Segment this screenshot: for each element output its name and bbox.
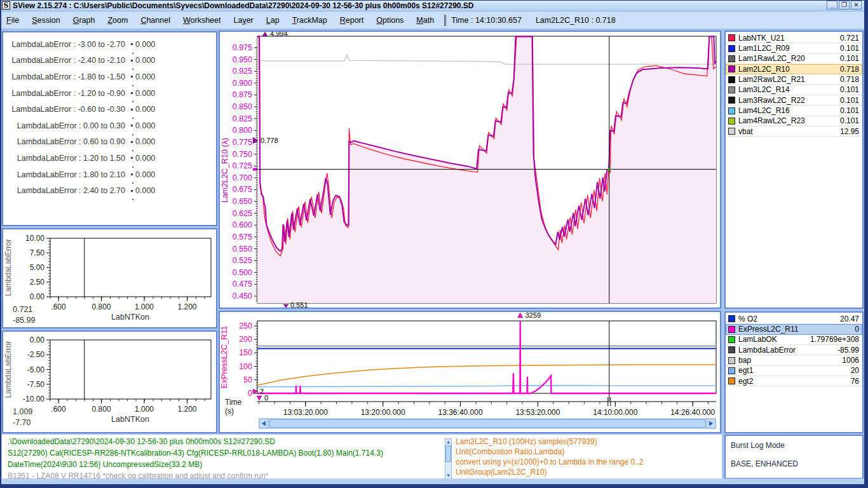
scatter-plot-area[interactable] bbox=[50, 340, 211, 399]
channel-row--o2[interactable]: % O220.47 bbox=[726, 314, 862, 324]
channel-row-egt1[interactable]: egt120 bbox=[726, 366, 862, 376]
close-button[interactable]: ✕ bbox=[851, 1, 862, 10]
svg-text:0.975: 0.975 bbox=[233, 43, 252, 52]
scatter-cursor-y-value: -7.70 bbox=[13, 418, 31, 427]
channel-list-upper: LabNTK_U210.721Lam1L2C_R090.101Lam1RawL2… bbox=[724, 30, 864, 309]
channel-name: vbat bbox=[738, 127, 840, 136]
menu-trackmap[interactable]: TrackMap bbox=[286, 13, 334, 28]
channel-row-vbat[interactable]: vbat12.95 bbox=[726, 126, 862, 137]
svg-text:1.000: 1.000 bbox=[135, 405, 154, 414]
channel-row-lam1l2c-r09[interactable]: Lam1L2C_R090.101 bbox=[726, 43, 862, 53]
scroll-thumb[interactable] bbox=[445, 445, 451, 462]
svg-text:50: 50 bbox=[243, 376, 252, 384]
svg-text:0.525: 0.525 bbox=[233, 256, 252, 265]
window-title: SView 2.15.274 : C:\Users\Public\Documen… bbox=[13, 1, 474, 10]
menu-zoom[interactable]: Zoom bbox=[101, 13, 134, 28]
time-scroll-thumb bbox=[269, 419, 705, 428]
scatter-cursor-x-value: 0.721 bbox=[13, 305, 32, 314]
channel-name: LabNTK_U21 bbox=[738, 34, 840, 43]
channel-value: 0.718 bbox=[840, 65, 859, 74]
channel-color-swatch bbox=[728, 34, 735, 41]
menu-report[interactable]: Report bbox=[334, 13, 370, 28]
restore-button[interactable]: ❐ bbox=[839, 1, 850, 10]
bottom-plot-area[interactable] bbox=[257, 321, 716, 393]
scatter-panel-lower[interactable]: 0.00-2.50-5.00-7.50-10.00.6000.8001.0001… bbox=[2, 330, 217, 433]
max-marker-label: 4.994 bbox=[270, 32, 288, 37]
main-chart-panel[interactable]: 0.9750.9500.9250.9000.8750.8500.8250.800… bbox=[219, 30, 721, 309]
channel-row-lam3l2c-r14[interactable]: Lam3L2C_R140.101 bbox=[726, 85, 862, 95]
hist-bar-dot bbox=[131, 60, 133, 62]
hist-value: 0.000 bbox=[135, 170, 155, 179]
svg-text:1.000: 1.000 bbox=[135, 302, 154, 311]
scatter-panel-upper[interactable]: 10.007.505.002.500.00.6000.8001.0001.200… bbox=[2, 228, 217, 329]
channel-row-lam1rawl2c-r20[interactable]: Lam1RawL2C_R200.101 bbox=[726, 54, 862, 64]
channel-row-lam3rawl2c-r22[interactable]: Lam3RawL2C_R220.101 bbox=[726, 95, 862, 105]
lambda-error-histogram-panel: LambdaLabError : -3.00 to -2.700.000Lamb… bbox=[2, 31, 217, 226]
svg-text:(s): (s) bbox=[225, 407, 234, 416]
channel-row-lambdalaberror[interactable]: LambdaLabError-85.99 bbox=[726, 345, 862, 355]
channel-row-labntk-u21[interactable]: LabNTK_U210.721 bbox=[726, 33, 862, 43]
hist-value: 0.000 bbox=[135, 186, 155, 195]
menu-options[interactable]: Options bbox=[370, 13, 410, 28]
channel-name: ExPressL2C_R11 bbox=[738, 325, 855, 334]
menu-math[interactable]: Math bbox=[410, 13, 440, 28]
hist-row: LambdaLabError : -3.00 to -2.700.000 bbox=[3, 36, 216, 53]
channel-row-expressl2c-r11[interactable]: ExPressL2C_R110 bbox=[726, 324, 862, 334]
channel-row-lamlabok[interactable]: LamLabOK1.79769e+308 bbox=[726, 335, 862, 345]
scatter-cursor-x-value: 1.009 bbox=[13, 407, 32, 416]
cursor-readout: Time : 14:10:30.657 Lam2L2C_R10 : 0.718 bbox=[451, 16, 616, 25]
scatter-cursor-y-value: -85.99 bbox=[13, 316, 35, 325]
svg-text:0.725: 0.725 bbox=[233, 161, 252, 170]
express-start-marker-label: 2 bbox=[260, 388, 264, 395]
hist-row: LambdaLabError : 0.00 to 0.300.000 bbox=[3, 118, 216, 134]
scatter-y-axis-title: LambdaLabError bbox=[4, 341, 13, 398]
channel-row-bap[interactable]: bap1006 bbox=[726, 355, 862, 365]
channel-row-lam2rawl2c-r21[interactable]: Lam2RawL2C_R210.718 bbox=[726, 74, 862, 85]
menu-layer[interactable]: Layer bbox=[227, 13, 259, 28]
channel-value: 20.47 bbox=[840, 315, 859, 323]
scatter-y-axis-title: LambdaLabError bbox=[4, 239, 13, 296]
time-axis-title: Time bbox=[225, 398, 242, 407]
menu-worksheet[interactable]: Worksheet bbox=[177, 13, 227, 28]
channel-color-swatch bbox=[728, 97, 735, 104]
scatter-plot-area[interactable] bbox=[50, 238, 211, 297]
express-min-marker-label: 0 bbox=[264, 394, 268, 402]
channel-list-lower: % O220.47ExPressL2C_R110LamLabOK1.79769e… bbox=[724, 311, 864, 433]
svg-text:0.00: 0.00 bbox=[30, 336, 45, 344]
menu-file[interactable]: File bbox=[0, 13, 25, 28]
channel-row-egt2[interactable]: egt276 bbox=[726, 376, 862, 386]
channel-value: 0.101 bbox=[840, 85, 859, 94]
minimize-button[interactable]: _ bbox=[827, 1, 837, 10]
log-mode-title: Burst Log Mode bbox=[731, 441, 785, 450]
menu-channel[interactable]: Channel bbox=[134, 13, 177, 28]
scroll-up-icon[interactable]: ▲ bbox=[445, 439, 451, 445]
hist-label: LambdaLabError : -0.60 to -0.30 bbox=[3, 105, 125, 114]
scroll-down-icon[interactable]: ▼ bbox=[445, 473, 451, 478]
channel-name: Lam2L2C_R10 bbox=[738, 65, 840, 74]
channel-row-lam4l2c-r16[interactable]: Lam4L2C_R160.101 bbox=[726, 105, 862, 116]
svg-text:150: 150 bbox=[239, 348, 252, 357]
channel-info-scrollbar[interactable]: ▲ ▼ bbox=[445, 438, 452, 479]
channel-color-swatch bbox=[728, 346, 735, 353]
channel-name: egt1 bbox=[738, 366, 851, 375]
channel-color-swatch bbox=[728, 86, 735, 93]
bottom-chart-panel[interactable]: 050100150200250325920ExPressL2C_R1113:03… bbox=[219, 311, 721, 433]
svg-text:0.475: 0.475 bbox=[233, 280, 252, 288]
time-scrollbar[interactable] bbox=[259, 419, 715, 428]
time-tick-label: 13:53:20.000 bbox=[515, 408, 560, 417]
channel-value: 1006 bbox=[842, 356, 859, 365]
svg-text:0.750: 0.750 bbox=[233, 150, 252, 159]
svg-text:5.00: 5.00 bbox=[30, 263, 45, 272]
channel-name: Lam4L2C_R16 bbox=[738, 106, 840, 115]
scatter1-svg: 10.007.505.002.500.00.6000.8001.0001.200… bbox=[3, 229, 216, 327]
time-tick-label: 14:10:00.000 bbox=[593, 408, 637, 417]
channel-row-lam4rawl2c-r23[interactable]: Lam4RawL2C_R230.101 bbox=[726, 116, 862, 126]
menu-lap[interactable]: Lap bbox=[260, 13, 286, 28]
menu-session[interactable]: Session bbox=[25, 13, 66, 28]
channel-row-lam2l2c-r10[interactable]: Lam2L2C_R100.718 bbox=[726, 64, 862, 74]
hist-row: LambdaLabError : -0.60 to -0.300.000 bbox=[3, 101, 216, 118]
title-bar[interactable]: S SView 2.15.274 : C:\Users\Public\Docum… bbox=[0, 0, 868, 11]
scatter2-svg: 0.00-2.50-5.00-7.50-10.00.6000.8001.0001… bbox=[3, 332, 216, 432]
menu-graph[interactable]: Graph bbox=[67, 13, 102, 28]
channel-value: 20 bbox=[851, 366, 859, 375]
